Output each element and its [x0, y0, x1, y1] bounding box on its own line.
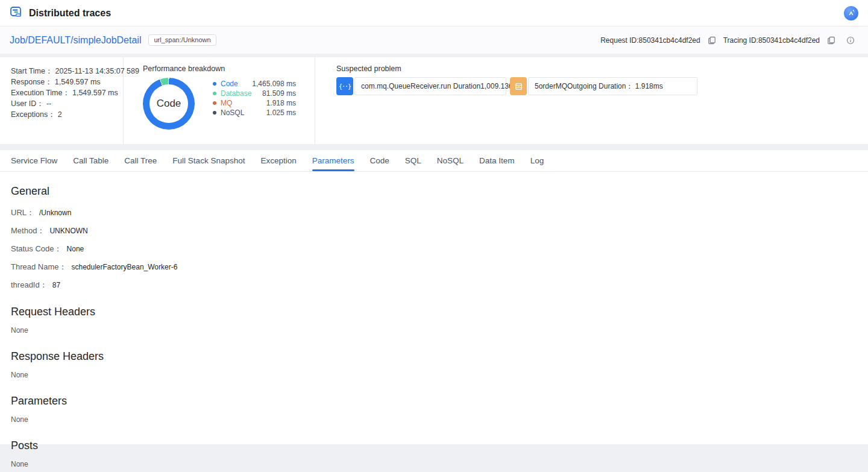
- field-status-code: Status Code：None: [11, 244, 857, 254]
- legend-item-database[interactable]: Database 81.509 ms: [213, 89, 296, 98]
- mq-queue-icon: [510, 77, 527, 95]
- trace-detail-card: Service Flow Call Table Call Tree Full S…: [0, 150, 868, 444]
- chart-legend: Code 1,465.098 ms Database 81.509 ms MQ …: [213, 79, 296, 130]
- code-braces-icon: {··}: [336, 77, 353, 95]
- url-span-tag: url_span:/Unknown: [148, 34, 216, 46]
- response-headers-section: Response Headers None: [11, 350, 857, 379]
- trace-header-bar: Job/DEFAULT/simpleJobDetail url_span:/Un…: [0, 27, 868, 54]
- trace-name-link[interactable]: Job/DEFAULT/simpleJobDetail: [10, 35, 141, 46]
- field-thread-name: Thread Name：schedulerFactoryBean_Worker-…: [11, 262, 857, 272]
- tracing-id-label: Tracing ID:: [723, 36, 758, 45]
- request-headers-section: Request Headers None: [11, 306, 857, 335]
- summary-row-start-time: Start Time：2025-11-13 14:35:07 589: [11, 66, 123, 77]
- detail-tabs: Service Flow Call Table Call Tree Full S…: [0, 150, 868, 172]
- donut-center-label: Code: [157, 98, 181, 110]
- response-headers-body: None: [11, 371, 857, 379]
- mq-dot-icon: [213, 101, 216, 105]
- trace-overview-card: Start Time：2025-11-13 14:35:07 589 Respo…: [0, 57, 868, 144]
- tab-service-flow[interactable]: Service Flow: [11, 150, 57, 171]
- performance-donut-chart: Code: [143, 78, 195, 130]
- tracing-id-value: 850341cb4c4df2ed: [758, 36, 820, 45]
- tab-data-item[interactable]: Data Item: [479, 150, 515, 171]
- request-id-label: Request ID:: [600, 36, 638, 45]
- page-title: Distributed traces: [29, 8, 111, 19]
- copy-request-id-icon[interactable]: [706, 35, 717, 46]
- tab-full-stack-snapshot[interactable]: Full Stack Snapshot: [172, 150, 245, 171]
- code-dot-icon: [213, 82, 216, 86]
- summary-row-response: Response：1,549.597 ms: [11, 77, 123, 87]
- request-headers-heading: Request Headers: [11, 306, 857, 318]
- database-dot-icon: [213, 92, 216, 95]
- summary-row-user-id: User ID：--: [11, 98, 123, 109]
- legend-item-mq[interactable]: MQ 1.918 ms: [213, 98, 296, 108]
- field-url: URL：/Unknown: [11, 207, 857, 218]
- request-id-value: 850341cb4c4df2ed: [639, 36, 700, 45]
- response-headers-heading: Response Headers: [11, 350, 857, 363]
- summary-row-execution-time: Execution Time：1,549.597 ms: [11, 87, 123, 98]
- legend-item-code[interactable]: Code 1,465.098 ms: [213, 79, 296, 89]
- nosql-dot-icon: [213, 111, 216, 115]
- tab-nosql[interactable]: NoSQL: [437, 150, 464, 171]
- general-heading: General: [11, 185, 857, 198]
- tab-call-table[interactable]: Call Table: [73, 150, 108, 171]
- performance-breakdown-panel: Performance breakdown Code Code 1,465.09…: [124, 57, 315, 144]
- info-icon[interactable]: [845, 35, 856, 46]
- ai-assistant-icon[interactable]: [844, 6, 858, 20]
- field-method: Method：UNKNOWN: [11, 225, 857, 236]
- suspected-problem-item-code[interactable]: {··} com.mq.QueueReceiver.run Duration1,…: [336, 77, 506, 95]
- parameters-tab-content: General URL：/Unknown Method：UNKNOWN Stat…: [0, 185, 868, 468]
- tab-sql[interactable]: SQL: [405, 150, 421, 171]
- suspected-problem-item-mq[interactable]: 5orderMQOutgoing Duration： 1.918ms: [510, 77, 697, 95]
- summary-row-exceptions: Exceptions：2: [11, 109, 123, 120]
- field-thread-id: threadId：87: [11, 280, 857, 290]
- trace-summary-panel: Start Time：2025-11-13 14:35:07 589 Respo…: [0, 57, 124, 144]
- posts-heading: Posts: [11, 439, 857, 452]
- request-headers-body: None: [11, 326, 857, 335]
- suspected-problem-title: Suspected problem: [336, 65, 858, 73]
- performance-breakdown-title: Performance breakdown: [143, 65, 315, 73]
- posts-section: Posts None: [11, 439, 857, 468]
- legend-item-nosql[interactable]: NoSQL 1.025 ms: [213, 108, 296, 118]
- parameters-section: Parameters None: [11, 395, 857, 424]
- parameters-heading: Parameters: [11, 395, 857, 407]
- tab-code[interactable]: Code: [370, 150, 389, 171]
- tab-call-tree[interactable]: Call Tree: [124, 150, 157, 171]
- top-bar: Distributed traces: [0, 0, 868, 27]
- copy-tracing-id-icon[interactable]: [826, 35, 837, 46]
- tab-log[interactable]: Log: [530, 150, 544, 171]
- suspected-problem-panel: Suspected problem {··} com.mq.QueueRecei…: [315, 57, 868, 144]
- tab-parameters[interactable]: Parameters: [312, 150, 354, 171]
- posts-body: None: [11, 460, 857, 468]
- tab-exception[interactable]: Exception: [260, 150, 296, 171]
- parameters-body: None: [11, 415, 857, 424]
- distributed-traces-logo-icon: [10, 5, 23, 21]
